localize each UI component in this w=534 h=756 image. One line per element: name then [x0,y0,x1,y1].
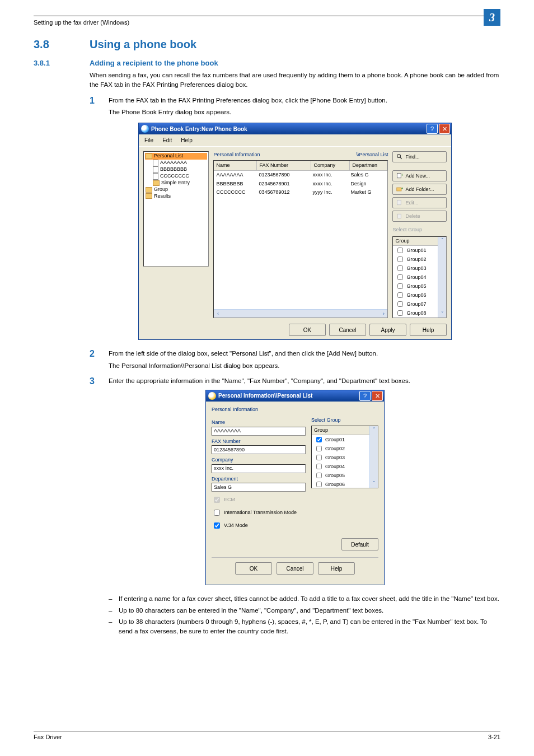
personal-information-dialog: Personal Information\\Personal List ? ✕ … [205,390,385,586]
ok-button[interactable]: OK [235,562,272,575]
tree-results[interactable]: Results [145,193,207,200]
vertical-scrollbar[interactable]: ˄˅ [369,426,378,488]
group-checkbox[interactable] [316,482,322,487]
group-checkbox[interactable] [397,310,403,316]
path-label: \\Personal List [356,151,388,159]
apply-button[interactable]: Apply [369,324,406,336]
search-icon [396,153,403,160]
cancel-button[interactable]: Cancel [329,324,366,336]
name-input[interactable]: AAAAAAAA [212,427,306,436]
group-item[interactable]: Group05 [312,471,378,480]
menu-help[interactable]: Help [177,136,196,145]
bullet: Up to 38 characters (numbers 0 through 9… [109,617,500,637]
step-subtext: The Phone Book Entry dialog box appears. [109,108,500,117]
find-button[interactable]: Find... [392,151,447,162]
bullet: Up to 80 characters can be entered in th… [109,606,500,615]
vertical-scrollbar[interactable]: ˄˅ [438,237,446,318]
menu-file[interactable]: File [141,136,157,145]
ecm-checkbox-row: ECM [212,495,378,505]
menu-bar: File Edit Help [139,134,451,147]
section-title: Using a phone book [90,38,196,51]
help-button[interactable]: Help [410,324,447,336]
svg-point-0 [397,155,401,158]
fax-input[interactable]: 01234567890 [212,445,306,454]
group-item[interactable]: Group02 [312,444,378,453]
svg-text:+: + [401,186,404,191]
col-name[interactable]: Name [214,161,257,171]
group-checkbox[interactable] [316,464,322,469]
col-fax[interactable]: FAX Number [257,161,311,171]
bullet: If entering a name for a fax cover sheet… [109,594,500,604]
group-checkbox[interactable] [397,292,403,298]
select-group-label: Select Group [392,226,447,234]
step-text: Enter the appropriate information in the… [109,376,500,386]
group-checkbox[interactable] [397,283,403,289]
help-icon[interactable]: ? [359,391,371,401]
tree-entry[interactable]: AAAAAAAA [145,160,207,166]
ok-button[interactable]: OK [289,324,326,336]
tree-entry[interactable]: BBBBBBBB [145,166,207,173]
group-header: Group [312,426,378,436]
step-number: 3 [90,376,109,386]
app-icon [141,125,149,133]
group-checkbox[interactable] [316,446,322,451]
v34-checkbox[interactable] [214,522,220,529]
edit-icon [396,199,403,206]
group-item[interactable]: Group01 [312,435,378,444]
default-button[interactable]: Default [341,538,378,550]
intl-checkbox-row[interactable]: International Transmission Mode [212,508,378,517]
group-item[interactable]: Group04 [312,462,378,471]
fax-label: FAX Number [212,438,306,446]
dept-label: Department [212,475,306,483]
tree-personal-list[interactable]: Personal List [145,153,207,160]
cancel-button[interactable]: Cancel [277,562,313,575]
svg-line-1 [400,157,402,159]
add-folder-button[interactable]: + Add Folder... [392,184,447,195]
edit-button: Edit... [392,197,447,208]
folder-tree[interactable]: Personal List AAAAAAAA BBBBBBBB CCCCCCCC… [143,151,209,267]
group-item[interactable]: Group06 [312,480,378,488]
select-group-listbox[interactable]: Group Group01 Group02 Group03 Group04 Gr… [311,426,378,488]
step-number: 2 [90,349,109,359]
group-checkbox[interactable] [316,473,322,478]
svg-text:+: + [401,172,404,178]
dept-input[interactable]: Sales G [212,483,306,492]
group-checkbox[interactable] [397,274,403,280]
v34-checkbox-row[interactable]: V.34 Mode [212,521,378,530]
group-checkbox[interactable] [397,256,403,262]
group-checkbox[interactable] [397,265,403,271]
menu-edit[interactable]: Edit [159,136,175,145]
table-row[interactable]: CCCCCCCC 03456789012 yyyy Inc. Market G [214,188,387,197]
dialog-titlebar[interactable]: Phone Book Entry:New Phone Book ? ✕ [139,123,451,134]
group-checkbox[interactable] [316,437,322,442]
tree-group[interactable]: Group [145,186,207,193]
tree-simple-entry[interactable]: Simple Entry [145,180,207,186]
delete-icon [396,213,403,220]
subsection-number: 3.8.1 [34,59,90,67]
company-label: Company [212,456,306,464]
help-icon[interactable]: ? [427,124,438,134]
horizontal-scrollbar[interactable]: ‹› [214,309,387,318]
group-checkbox[interactable] [316,455,322,460]
step-subtext: The Personal Information\\Personal List … [109,361,500,371]
table-row[interactable]: AAAAAAAA 01234567890 xxxx Inc. Sales G [214,171,387,180]
group-checkbox[interactable] [397,248,403,253]
col-dept[interactable]: Departmen [350,161,387,171]
group-listbox[interactable]: Group Group01 Group02 Group03 Group04 Gr… [392,236,447,319]
group-item[interactable]: Group03 [312,453,378,462]
svg-rect-6 [397,200,401,205]
section-label: Personal Information [212,406,378,414]
contacts-list[interactable]: Name FAX Number Company Departmen AAAAAA… [213,160,388,319]
col-company[interactable]: Company [311,161,350,171]
footer-left: Fax Driver [34,734,62,740]
dialog-titlebar[interactable]: Personal Information\\Personal List ? ✕ [206,390,384,402]
close-icon[interactable]: ✕ [372,391,383,401]
help-button[interactable]: Help [318,562,355,575]
tree-entry[interactable]: CCCCCCCC [145,173,207,180]
group-checkbox[interactable] [397,301,403,307]
add-new-button[interactable]: + Add New... [392,170,447,181]
intl-checkbox[interactable] [214,510,220,516]
company-input[interactable]: xxxx Inc. [212,464,306,473]
close-icon[interactable]: ✕ [439,124,450,134]
table-row[interactable]: BBBBBBBB 02345678901 xxxx Inc. Design [214,180,387,189]
